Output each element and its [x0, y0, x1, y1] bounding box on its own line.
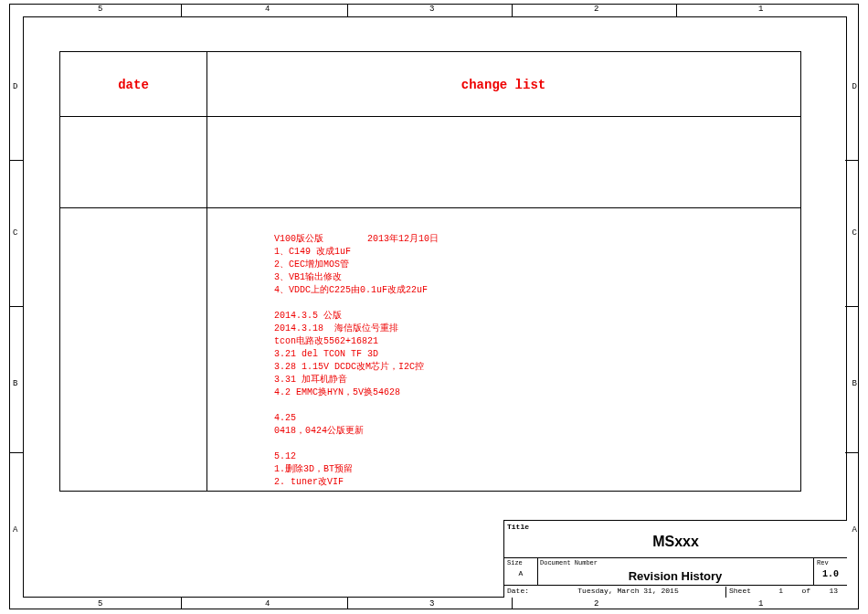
- ruler-bot-1: 1: [758, 599, 763, 609]
- ruler-top-4: 4: [265, 5, 270, 14]
- titleblock-size-label: Size: [507, 559, 523, 566]
- ruler-top-3: 3: [429, 5, 434, 14]
- titleblock-sheet-label: Sheet: [725, 587, 751, 598]
- ruler-bot-2: 2: [594, 599, 598, 609]
- title-block: Title MSxxx Size A Document Number Revis…: [503, 520, 847, 598]
- titleblock-title-label: Title: [507, 523, 529, 531]
- ruler-top-1: 1: [758, 5, 763, 14]
- titleblock-docnum-label: Document Number: [540, 559, 598, 566]
- revision-notes: V100版公版 2013年12月10日 1、C149 改成1uF 2、CEC增加…: [274, 233, 439, 489]
- col-header-change: change list: [206, 78, 800, 92]
- titleblock-date-label: Date:: [507, 587, 529, 595]
- ruler-top-2: 2: [594, 5, 598, 14]
- ruler-bot-3: 3: [429, 599, 434, 609]
- titleblock-date: Tuesday, March 31, 2015: [537, 587, 719, 595]
- titleblock-size: A: [504, 569, 537, 577]
- ruler-right-A: A: [852, 525, 857, 535]
- ruler-left-A: A: [13, 525, 17, 535]
- ruler-bot-5: 5: [98, 599, 102, 609]
- titleblock-title: MSxxx: [504, 534, 847, 550]
- titleblock-sheet-of: of: [801, 587, 810, 595]
- titleblock-docnum: Revision History: [537, 569, 813, 583]
- ruler-right-D: D: [852, 82, 857, 91]
- col-header-date: date: [60, 78, 206, 92]
- titleblock-rev-label: Rev: [817, 559, 829, 566]
- ruler-left-D: D: [13, 82, 17, 91]
- schematic-page: 5 4 3 2 1 5 4 3 2 1 D C B A D C B A date…: [0, 0, 868, 614]
- ruler-top-5: 5: [98, 5, 102, 14]
- ruler-right-C: C: [852, 228, 857, 238]
- ruler-left-B: B: [13, 379, 17, 388]
- ruler-right-B: B: [852, 379, 857, 388]
- ruler-left-C: C: [13, 228, 17, 238]
- ruler-bot-4: 4: [265, 599, 270, 609]
- titleblock-rev: 1.0: [814, 569, 847, 579]
- titleblock-sheet-total: 13: [829, 587, 838, 595]
- titleblock-sheet-n: 1: [778, 587, 783, 595]
